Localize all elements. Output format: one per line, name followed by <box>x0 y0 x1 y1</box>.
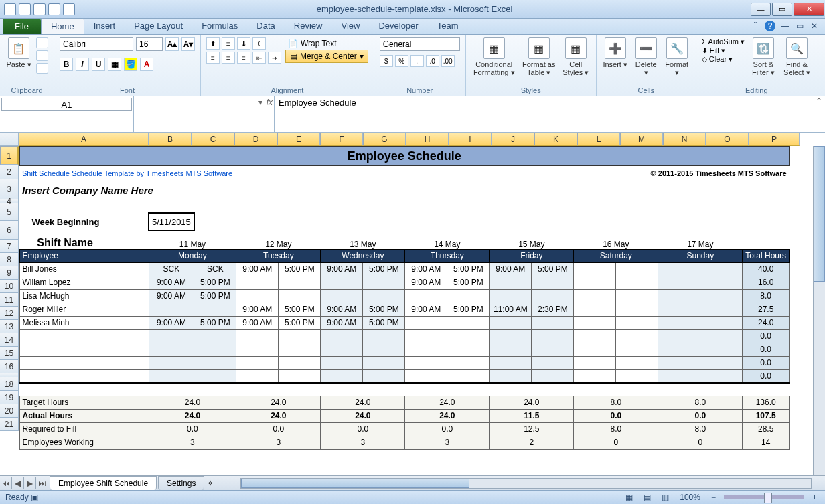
shift-cell[interactable] <box>532 329 574 343</box>
summary-value[interactable]: 0 <box>574 436 658 449</box>
shift-cell[interactable] <box>532 316 574 329</box>
shift-cell[interactable] <box>321 369 363 383</box>
last-sheet-icon[interactable]: ⏭ <box>36 477 48 489</box>
row-header[interactable]: 19 <box>0 391 19 404</box>
zoom-in-icon[interactable]: + <box>810 493 820 502</box>
summary-value[interactable]: 0.0 <box>149 422 236 436</box>
shift-cell[interactable] <box>616 289 658 303</box>
summary-value[interactable]: 2 <box>490 436 574 449</box>
row-header[interactable]: 14 <box>0 333 19 347</box>
shift-cell[interactable] <box>447 369 490 383</box>
align-right-icon[interactable]: ≡ <box>237 52 250 64</box>
row-header[interactable]: 10 <box>0 280 19 293</box>
shift-cell[interactable] <box>321 343 363 356</box>
shift-cell[interactable]: SCK <box>194 262 236 276</box>
summary-label[interactable]: Required to Fill <box>19 422 149 436</box>
delete-cells-button[interactable]: ➖Delete ▾ <box>633 37 660 77</box>
total-header[interactable]: Total Hours <box>743 249 790 262</box>
shift-cell[interactable]: 5:00 PM <box>363 262 405 276</box>
increase-decimal-icon[interactable]: .0 <box>426 55 439 67</box>
border-button[interactable]: ▦ <box>108 58 121 71</box>
horizontal-scrollbar[interactable] <box>240 478 812 489</box>
ribbon-tab-team[interactable]: Team <box>428 18 468 34</box>
shift-cell[interactable] <box>363 329 405 343</box>
shift-cell[interactable]: 5:00 PM <box>194 289 236 303</box>
shift-cell[interactable] <box>658 343 700 356</box>
ribbon-tab-data[interactable]: Data <box>247 18 284 34</box>
zoom-slider[interactable] <box>724 495 804 499</box>
align-bottom-icon[interactable]: ⬇ <box>237 37 250 50</box>
decrease-indent-icon[interactable]: ⇤ <box>252 52 266 64</box>
shift-cell[interactable] <box>616 329 658 343</box>
shift-cell[interactable]: 5:00 PM <box>279 262 321 276</box>
copyright[interactable]: © 2011-2015 Timesheets MTS Software <box>532 165 790 180</box>
summary-value[interactable]: 24.0 <box>149 409 236 422</box>
column-headers[interactable]: ABCDEFGHIJKLMNOP <box>19 133 800 146</box>
day-header[interactable]: Friday <box>490 249 574 262</box>
clear-button[interactable]: ◇ Clear ▾ <box>702 55 745 64</box>
shift-cell[interactable]: 9:00 AM <box>405 303 447 316</box>
shift-cell[interactable] <box>574 356 616 369</box>
align-center-icon[interactable]: ≡ <box>222 52 235 64</box>
col-header[interactable]: F <box>320 133 363 146</box>
cells-table[interactable]: Employee ScheduleShift Schedule Schedule… <box>19 146 790 450</box>
shift-cell[interactable] <box>321 276 363 289</box>
autosum-button[interactable]: Σ AutoSum ▾ <box>702 37 745 46</box>
shift-cell[interactable] <box>532 289 574 303</box>
date-header[interactable]: 17 May <box>658 230 743 249</box>
minimize-button[interactable]: — <box>751 3 771 16</box>
shift-cell[interactable] <box>574 343 616 356</box>
next-sheet-icon[interactable]: ▶ <box>24 477 36 489</box>
shift-cell[interactable] <box>194 329 236 343</box>
summary-total[interactable]: 136.0 <box>743 396 790 409</box>
shift-cell[interactable] <box>447 343 490 356</box>
row-header[interactable]: 21 <box>0 418 19 431</box>
shift-cell[interactable] <box>616 262 658 276</box>
summary-value[interactable]: 8.0 <box>658 422 743 436</box>
shift-cell[interactable]: 9:00 AM <box>490 262 532 276</box>
row-header[interactable]: 8 <box>0 253 19 266</box>
shift-cell[interactable] <box>447 316 490 329</box>
shift-cell[interactable] <box>236 343 279 356</box>
day-header[interactable]: Sunday <box>658 249 743 262</box>
shift-cell[interactable] <box>490 369 532 383</box>
shift-cell[interactable] <box>405 369 447 383</box>
shift-cell[interactable] <box>405 289 447 303</box>
row-header[interactable]: 15 <box>0 347 19 360</box>
italic-button[interactable]: I <box>76 58 89 71</box>
cell[interactable] <box>19 200 790 213</box>
col-header[interactable]: A <box>19 133 149 146</box>
prev-sheet-icon[interactable]: ◀ <box>12 477 24 489</box>
total-cell[interactable]: 0.0 <box>743 329 790 343</box>
shift-cell[interactable] <box>194 343 236 356</box>
conditional-formatting-button[interactable]: ▦Conditional Formatting ▾ <box>471 37 517 77</box>
shift-cell[interactable] <box>149 343 194 356</box>
summary-value[interactable]: 24.0 <box>405 409 490 422</box>
shift-cell[interactable] <box>700 289 743 303</box>
col-header[interactable]: B <box>149 133 192 146</box>
minimize-ribbon-icon[interactable]: ˇ <box>750 21 761 31</box>
shift-cell[interactable] <box>658 262 700 276</box>
shift-cell[interactable] <box>236 289 279 303</box>
help-icon[interactable]: ? <box>765 21 775 31</box>
font-size-select[interactable] <box>136 37 163 51</box>
row-header[interactable]: 13 <box>0 320 19 333</box>
cell-styles-button[interactable]: ▦Cell Styles ▾ <box>561 37 591 77</box>
save-icon[interactable] <box>19 3 31 15</box>
shift-cell[interactable] <box>658 289 700 303</box>
increase-font-icon[interactable]: A▴ <box>165 37 179 51</box>
col-header[interactable]: D <box>234 133 277 146</box>
shift-cell[interactable] <box>236 329 279 343</box>
shift-name-label[interactable]: Shift Name <box>19 230 149 249</box>
employee-name[interactable]: Lisa McHugh <box>19 289 149 303</box>
day-header[interactable]: Thursday <box>405 249 490 262</box>
cancel-formula-icon[interactable]: ▾ <box>258 98 262 107</box>
shift-cell[interactable] <box>658 276 700 289</box>
shift-cell[interactable]: 11:00 AM <box>490 303 532 316</box>
shift-cell[interactable]: 5:00 PM <box>194 276 236 289</box>
sheet-tab[interactable]: Employee Shift Schedule <box>50 476 157 490</box>
col-header[interactable]: N <box>663 133 706 146</box>
find-select-button[interactable]: 🔍Find & Select ▾ <box>782 37 812 77</box>
ribbon-tab-review[interactable]: Review <box>285 18 332 34</box>
shift-cell[interactable] <box>279 329 321 343</box>
